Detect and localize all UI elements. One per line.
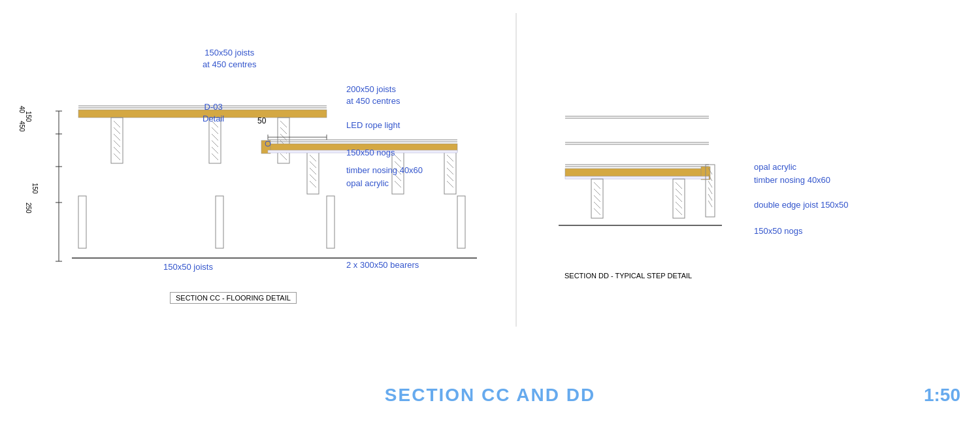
svg-line-48 (447, 168, 453, 174)
svg-line-34 (310, 155, 316, 161)
svg-rect-67 (565, 169, 709, 176)
label-nogs-dd: 150x50 nogs (754, 225, 802, 237)
svg-line-11 (114, 127, 120, 134)
svg-line-22 (212, 154, 218, 160)
label-nogs-150: 150x50 nogs (346, 147, 395, 159)
dim-150-top: 150 (25, 111, 32, 122)
main-container: 40 150 450 150 250 150x50 joistsat 450 c… (0, 0, 980, 422)
scale-label: 1:50 (924, 385, 960, 406)
svg-line-38 (310, 181, 316, 187)
label-opal-acrylic-dd: opal acrylic (754, 161, 796, 173)
svg-line-80 (676, 189, 682, 195)
svg-line-89 (708, 194, 712, 201)
svg-line-81 (676, 195, 682, 202)
svg-line-15 (114, 154, 120, 160)
label-timber-nosing: timber nosing 40x60 (346, 165, 423, 176)
label-joists-200: 200x50 joistsat 450 centres (346, 84, 400, 107)
svg-rect-54 (457, 196, 465, 248)
dim-150-mid: 150 (31, 183, 39, 194)
svg-line-49 (447, 174, 453, 181)
section-cc-drawing (26, 13, 588, 327)
svg-line-77 (594, 208, 600, 215)
svg-rect-52 (216, 196, 223, 248)
section-dd-drawing (559, 13, 820, 287)
svg-line-76 (594, 202, 600, 208)
svg-line-10 (114, 121, 120, 127)
svg-line-75 (594, 195, 600, 202)
svg-line-14 (114, 147, 120, 154)
svg-line-50 (447, 181, 453, 187)
svg-rect-71 (565, 176, 709, 179)
svg-line-79 (676, 182, 682, 189)
svg-line-29 (280, 154, 287, 160)
dim-250: 250 (25, 203, 32, 214)
label-opal-acrylic-cc: opal acrylic (346, 178, 389, 189)
label-joists-bottom: 150x50 joists (163, 261, 213, 273)
svg-line-13 (114, 140, 120, 147)
svg-line-20 (212, 140, 218, 147)
svg-line-90 (708, 201, 712, 207)
label-double-edge: double edge joist 150x50 (754, 199, 849, 211)
svg-rect-53 (327, 196, 335, 248)
svg-line-37 (310, 174, 316, 181)
label-joists-top: 150x50 joistsat 450 centres (203, 47, 256, 71)
svg-line-87 (708, 181, 712, 187)
label-timber-nosing-dd: timber nosing 40x60 (754, 174, 830, 186)
svg-line-18 (212, 127, 218, 134)
svg-line-46 (447, 155, 453, 161)
svg-line-19 (212, 134, 218, 140)
svg-line-21 (212, 147, 218, 154)
svg-line-44 (395, 181, 401, 187)
svg-line-35 (310, 161, 316, 168)
svg-line-74 (594, 189, 600, 195)
section-cc-title: SECTION CC - FLOORING DETAIL (170, 292, 297, 304)
svg-line-25 (280, 127, 287, 134)
dim-450: 450 (18, 121, 25, 132)
label-bearers: 2 x 300x50 bearers (346, 259, 419, 271)
svg-line-82 (676, 202, 682, 208)
svg-line-40 (395, 155, 401, 161)
svg-rect-51 (78, 196, 86, 248)
section-dd-title: SECTION DD - TYPICAL STEP DETAIL (562, 270, 694, 281)
label-dim-50: 50 (257, 116, 266, 125)
svg-line-83 (676, 208, 682, 215)
svg-line-12 (114, 134, 120, 140)
svg-line-88 (708, 187, 712, 194)
main-title: SECTION CC AND DD (385, 385, 595, 406)
label-led-rope: LED rope light (346, 120, 400, 131)
svg-line-47 (447, 161, 453, 168)
svg-line-24 (280, 121, 287, 127)
label-detail-ref: D-03Detail (203, 101, 224, 125)
svg-line-73 (594, 182, 600, 189)
svg-line-36 (310, 168, 316, 174)
